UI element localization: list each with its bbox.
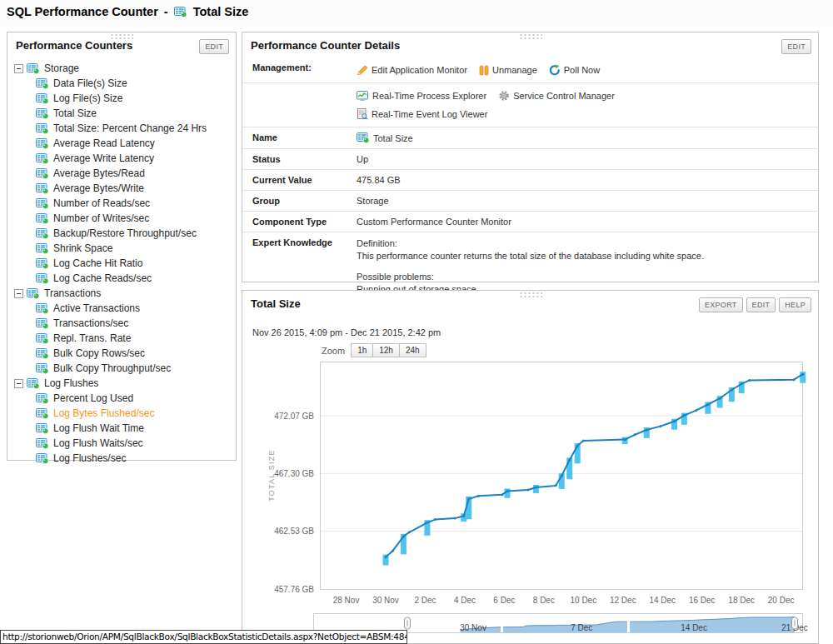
sidebar-edit-button[interactable]: EDIT xyxy=(199,39,229,54)
management-link[interactable]: Unmanage xyxy=(479,65,537,76)
svg-text:457.76 GB: 457.76 GB xyxy=(274,585,314,594)
tree-item[interactable]: Log Flush Waits/sec xyxy=(36,436,232,451)
tree-item[interactable]: Backup/Restore Throughput/sec xyxy=(36,226,232,241)
name-value: Total Size xyxy=(373,133,413,143)
tree-item[interactable]: Data File(s) Size xyxy=(36,76,232,91)
svg-text:10 Dec: 10 Dec xyxy=(570,596,596,605)
tree-item[interactable]: Shrink Space xyxy=(36,241,232,256)
tree-item[interactable]: Bulk Copy Throughput/sec xyxy=(36,361,232,376)
collapse-icon[interactable] xyxy=(14,289,23,298)
tree-item[interactable]: Active Transactions xyxy=(36,301,232,316)
tree-group[interactable]: Log Flushes xyxy=(14,376,232,391)
chart-title: Total Size xyxy=(251,297,301,310)
tree-group[interactable]: Storage xyxy=(14,61,232,76)
svg-text:8 Dec: 8 Dec xyxy=(533,596,555,605)
tree-group[interactable]: Transactions xyxy=(14,286,232,301)
collapse-icon[interactable] xyxy=(14,64,23,73)
tree-item[interactable]: Log Flush Wait Time xyxy=(36,421,232,436)
sidebar-title: Performance Counters xyxy=(16,39,132,52)
tree-item[interactable]: Log Bytes Flushed/sec xyxy=(36,406,232,421)
tree-item-label: Number of Writes/sec xyxy=(53,212,149,224)
svg-text:472.07 GB: 472.07 GB xyxy=(274,412,314,421)
tree-item[interactable]: Number of Reads/sec xyxy=(36,196,232,211)
tree-item-label: Backup/Restore Throughput/sec xyxy=(53,227,197,239)
drag-handle-icon[interactable] xyxy=(110,33,133,39)
tree-item[interactable]: Transactions/sec xyxy=(36,316,232,331)
management-row-2: Real-Time Process ExplorerService Contro… xyxy=(242,82,818,127)
problems-title: Possible problems: xyxy=(357,271,810,283)
tree-item-label: Total Size xyxy=(53,107,97,119)
selector-handle[interactable] xyxy=(792,617,798,629)
zoom-label: Zoom xyxy=(322,346,345,356)
tree-item[interactable]: Log Flushes/sec xyxy=(36,451,232,466)
counter-icon xyxy=(36,213,50,224)
performance-counters-panel: Performance Counters EDIT StorageData Fi… xyxy=(7,32,237,461)
management-link-label: Real-Time Event Log Viewer xyxy=(372,109,487,119)
export-button[interactable]: EXPORT xyxy=(699,297,743,312)
unmanage-icon xyxy=(479,65,489,76)
tree-item-label: Percent Log Used xyxy=(53,392,133,404)
management-link[interactable]: Edit Application Monitor xyxy=(357,65,467,76)
tree-item[interactable]: Total Size: Percent Change 24 Hrs xyxy=(36,121,232,136)
details-edit-button[interactable]: EDIT xyxy=(781,39,811,54)
tree-group-label: Storage xyxy=(44,62,79,74)
tree-item[interactable]: Average Write Latency xyxy=(36,151,232,166)
management-link[interactable]: Real-Time Process Explorer xyxy=(357,91,486,102)
svg-text:2 Dec: 2 Dec xyxy=(414,596,436,605)
svg-text:TOTAL SIZE: TOTAL SIZE xyxy=(267,449,276,501)
management-link-label: Unmanage xyxy=(492,65,537,75)
selector-handle[interactable] xyxy=(405,617,411,629)
counter-icon xyxy=(357,132,371,143)
tree-item[interactable]: Percent Log Used xyxy=(36,391,232,406)
tree-item[interactable]: Average Read Latency xyxy=(36,136,232,151)
current-value-row: Current Value 475.84 GB xyxy=(242,169,818,190)
management-link[interactable]: Poll Now xyxy=(549,64,600,76)
tree-item[interactable]: Total Size xyxy=(36,106,232,121)
tree-item[interactable]: Average Bytes/Read xyxy=(36,166,232,181)
management-link[interactable]: Service Control Manager xyxy=(498,90,615,102)
counter-icon xyxy=(36,393,50,404)
tree-item-label: Repl. Trans. Rate xyxy=(53,332,131,344)
tree-item-label: Number of Reads/sec xyxy=(53,197,150,209)
tree-item[interactable]: Bulk Copy Rows/sec xyxy=(36,346,232,361)
svg-text:14 Dec: 14 Dec xyxy=(649,596,676,605)
tree-item-label: Shrink Space xyxy=(53,242,112,254)
tree-item[interactable]: Log File(s) Size xyxy=(36,91,232,106)
tree-item[interactable]: Log Cache Reads/sec xyxy=(36,271,232,286)
name-label: Name xyxy=(252,132,357,143)
counter-icon xyxy=(36,408,50,419)
tree-item[interactable]: Repl. Trans. Rate xyxy=(36,331,232,346)
chart-edit-button[interactable]: EDIT xyxy=(746,297,776,312)
counter-icon xyxy=(36,318,50,329)
tree-item[interactable]: Log Cache Hit Ratio xyxy=(36,256,232,271)
tree-item-label: Transactions/sec xyxy=(53,317,128,329)
help-button[interactable]: HELP xyxy=(779,297,811,312)
svg-text:7 Dec: 7 Dec xyxy=(571,623,592,632)
chart-date-range: Nov 26 2015, 4:09 pm - Dec 21 2015, 2:42… xyxy=(252,327,441,337)
drag-handle-icon[interactable] xyxy=(519,33,542,39)
counter-icon xyxy=(36,303,50,314)
tree-item-label: Log Flush Waits/sec xyxy=(53,437,143,449)
counter-icon xyxy=(174,7,187,17)
management-link[interactable]: Real-Time Event Log Viewer xyxy=(357,108,487,120)
tree-item-label: Average Bytes/Write xyxy=(53,182,144,194)
collapse-icon[interactable] xyxy=(14,379,23,388)
counter-icon xyxy=(36,108,50,119)
tree-item-label: Data File(s) Size xyxy=(53,77,127,89)
tree-item[interactable]: Number of Writes/sec xyxy=(36,211,232,226)
counter-icon xyxy=(36,333,50,344)
drag-handle-icon[interactable] xyxy=(519,292,542,297)
page-title: SQL Performance Counter xyxy=(7,5,158,18)
pencil-icon xyxy=(357,65,368,76)
tree-item[interactable]: Average Bytes/Write xyxy=(36,181,232,196)
tree-group-label: Log Flushes xyxy=(44,377,98,389)
counter-icon xyxy=(36,243,50,254)
svg-text:20 Dec: 20 Dec xyxy=(768,596,795,605)
svg-text:6 Dec: 6 Dec xyxy=(493,596,515,605)
title-separator: - xyxy=(164,5,168,18)
tree-item-label: Bulk Copy Rows/sec xyxy=(53,347,145,359)
status-label: Status xyxy=(252,154,357,164)
counter-icon xyxy=(36,453,50,464)
management-row-1: Management: Edit Application MonitorUnma… xyxy=(242,57,818,82)
svg-text:4 Dec: 4 Dec xyxy=(454,596,476,605)
